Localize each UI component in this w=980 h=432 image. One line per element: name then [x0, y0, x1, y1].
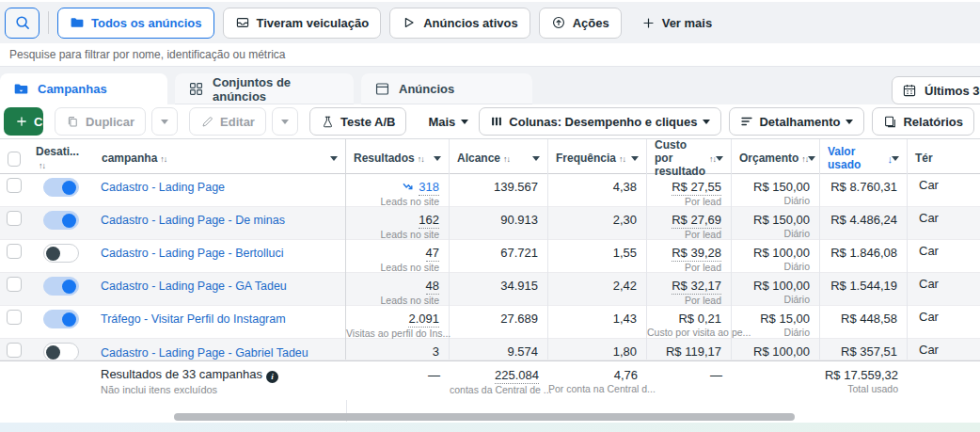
cost-value[interactable]: R$ 0,21 [678, 312, 721, 327]
results-value[interactable]: 318 [419, 180, 439, 196]
header-valor-usado[interactable]: Valor usado↓ [820, 139, 908, 178]
plus-icon [641, 16, 656, 30]
campaign-toggle[interactable] [43, 277, 79, 296]
row-checkbox[interactable] [7, 277, 22, 292]
ab-test-label: Teste A/B [340, 115, 396, 129]
duplicate-button[interactable]: Duplicar [55, 107, 146, 136]
cost-value[interactable]: R$ 39,28 [672, 246, 721, 262]
header-termino[interactable]: Tér [908, 139, 980, 178]
filter-label: Ver mais [662, 16, 713, 30]
search-filter-button[interactable] [5, 8, 40, 39]
search-input[interactable] [0, 43, 980, 66]
row-checkbox[interactable] [7, 343, 22, 358]
summary-title: Resultados de 33 campanhas [101, 367, 262, 381]
results-value[interactable]: 47 [426, 246, 439, 262]
campaign-name-link[interactable]: Cadastro - Lading Page - Gabriel Tadeu [101, 346, 308, 360]
filter-had-delivery[interactable]: Tiveram veiculação [223, 8, 382, 39]
search-band [0, 43, 980, 67]
adsets-grid-icon [188, 81, 204, 97]
horizontal-scrollbar-thumb[interactable] [174, 413, 795, 421]
breakdown-button[interactable]: Detalhamento [729, 107, 864, 136]
header-campanha[interactable]: campanha↑↓ [94, 139, 346, 178]
tab-anuncios[interactable]: Anúncios [361, 73, 532, 104]
end-date-value: Car [908, 207, 980, 241]
header-desativar[interactable]: Desati...↑↓ [28, 139, 94, 178]
table-row: Cadastro - Lading Page 318 Leads no site… [0, 174, 980, 207]
campaign-toggle[interactable] [43, 310, 79, 328]
campaign-name-link[interactable]: Cadastro - Lading Page - De minas [101, 214, 285, 227]
tab-conjuntos-de-anuncios[interactable]: Conjuntos de anúncios [175, 73, 354, 104]
results-value[interactable]: 3 [433, 344, 439, 360]
budget-value: R$ 15,00 [760, 312, 810, 327]
row-checkbox[interactable] [7, 211, 22, 226]
trend-down-icon [403, 182, 415, 192]
ab-test-button[interactable]: Teste A/B [309, 107, 407, 136]
amount-spent-value: R$ 1.544,19 [830, 279, 897, 294]
campaign-toggle[interactable] [43, 211, 79, 230]
campaign-name-link[interactable]: Tráfego - Visitar Perfil do Instagram [101, 312, 286, 326]
cost-cell: R$ 39,28Por lead [647, 240, 732, 274]
info-icon[interactable] [266, 371, 278, 383]
edit-group: Editar [189, 107, 298, 136]
filter-all-ads[interactable]: Todos os anúncios [57, 8, 214, 39]
toggle-knob [62, 181, 76, 195]
results-value[interactable]: 48 [426, 279, 439, 295]
budget-value: R$ 100,00 [753, 246, 810, 261]
campaign-toggle[interactable] [43, 244, 79, 263]
cost-value[interactable]: R$ 27,55 [672, 180, 721, 196]
campaign-name-link[interactable]: Cadastro - Lading Page - Bertolluci [101, 247, 284, 260]
budget-value: R$ 100,00 [753, 344, 810, 360]
calendar-icon [902, 83, 917, 98]
end-date-value: Car [908, 339, 980, 360]
row-checkbox[interactable] [7, 178, 22, 193]
header-frequencia[interactable]: Frequência↑↓ [548, 139, 647, 178]
header-orcamento[interactable]: Orçamento↑↓ [732, 139, 820, 178]
duplicate-dropdown-button[interactable] [151, 107, 178, 136]
cost-value[interactable]: R$ 119,17 [666, 344, 721, 360]
filter-actions[interactable]: Ações [539, 8, 622, 39]
edit-dropdown-button[interactable] [272, 107, 298, 136]
results-cell: 2.091Visitas ao perfil do Ins... [346, 306, 450, 340]
date-range-button[interactable]: Últimos 30 dia [892, 76, 980, 104]
campaign-toggle[interactable] [43, 178, 79, 197]
chevron-down-icon [461, 120, 468, 124]
campaign-name-link[interactable]: Cadastro - Lading Page [101, 181, 225, 194]
filter-active-ads[interactable]: Anúncios ativos [389, 8, 530, 39]
cost-value[interactable]: R$ 32,17 [672, 279, 721, 295]
campaign-toggle[interactable] [43, 343, 79, 360]
header-alcance[interactable]: Alcance↑↓ [450, 139, 548, 178]
table-header-row: Desati...↑↓ campanha↑↓ Resultados↑↓ Alca… [0, 139, 980, 174]
amount-spent-value: R$ 8.760,31 [830, 180, 897, 195]
reach-value: 34.915 [500, 279, 538, 294]
columns-button[interactable]: Colunas: Desempenho e cliques [479, 107, 721, 136]
header-custo-por-resultado[interactable]: Custo por resultado↑↓ [647, 139, 732, 178]
create-button[interactable]: Criar [4, 107, 43, 136]
reach-value: 67.721 [500, 246, 538, 261]
cost-value[interactable]: R$ 27,69 [672, 213, 721, 229]
more-button[interactable]: Mais [418, 107, 479, 136]
frequency-value: 1,43 [613, 312, 637, 327]
header-resultados[interactable]: Resultados↑↓ [346, 139, 450, 178]
row-checkbox[interactable] [7, 310, 22, 325]
campaign-name-link[interactable]: Cadastro - Lading Page - GA Tadeu [101, 280, 287, 293]
chevron-down-icon [892, 156, 899, 161]
more-label: Mais [428, 115, 455, 129]
tab-campanhas[interactable]: Campanhas [0, 73, 167, 104]
results-value[interactable]: 2.091 [408, 312, 439, 328]
tab-label: Anúncios [399, 82, 454, 96]
header-checkbox-cell [0, 139, 28, 178]
reports-button[interactable]: Relatórios [872, 107, 974, 136]
cost-cell: R$ 0,21Custo por visita ao pe... [647, 306, 732, 340]
folder-icon [13, 81, 29, 97]
columns-label: Colunas: Desempenho e cliques [509, 115, 697, 129]
chevron-down-icon [330, 156, 338, 161]
edit-button[interactable]: Editar [189, 107, 266, 136]
reach-value: 90.913 [500, 213, 538, 228]
filter-see-more[interactable]: Ver mais [630, 8, 724, 39]
horizontal-scrollbar [0, 412, 980, 422]
row-checkbox[interactable] [7, 244, 22, 259]
table-summary-row: Resultados de 33 campanhas Não inclui it… [0, 360, 980, 400]
active-ads-icon [402, 15, 417, 30]
results-value[interactable]: 162 [419, 213, 439, 229]
select-all-checkbox[interactable] [8, 152, 21, 167]
